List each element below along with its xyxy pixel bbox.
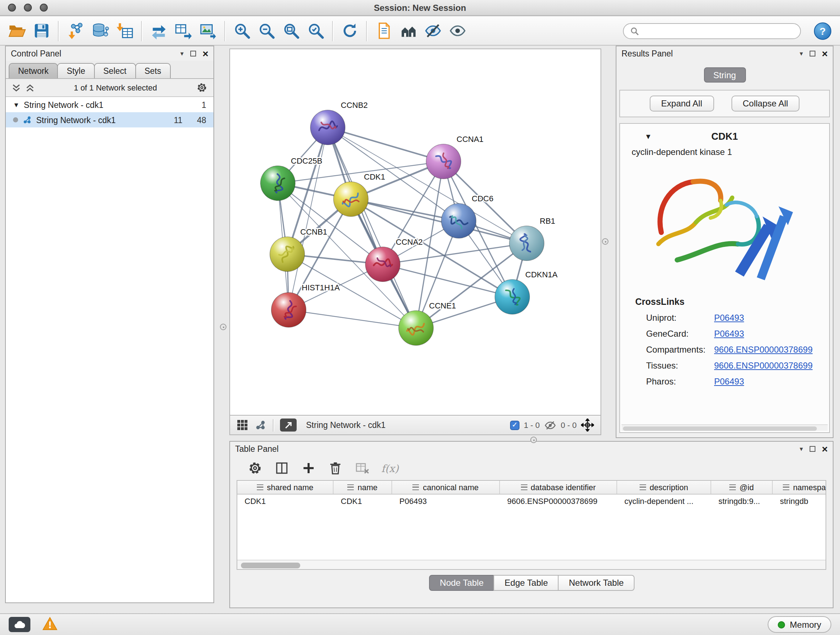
results-tab-string[interactable]: String bbox=[704, 67, 745, 82]
panel-menu-icon[interactable]: ▾ bbox=[800, 446, 803, 452]
network-graph[interactable]: CCNB2CCNA1CDC25BCDK1CDC6RB1CCNB1CCNA2CDK… bbox=[230, 49, 600, 415]
show-columns-icon[interactable] bbox=[274, 461, 289, 476]
network-node-ccnb1[interactable]: CCNB1 bbox=[270, 227, 327, 272]
close-panel-icon[interactable]: × bbox=[822, 444, 828, 454]
gene-collapse-caret-icon[interactable]: ▼ bbox=[645, 133, 652, 141]
zoom-window-button[interactable] bbox=[40, 4, 48, 11]
column-header-database-identifier[interactable]: database identifier bbox=[500, 481, 617, 494]
minimize-window-button[interactable] bbox=[24, 4, 32, 11]
bottom-splitter-handle[interactable] bbox=[531, 437, 537, 443]
search-input[interactable] bbox=[643, 27, 794, 35]
network-edge[interactable] bbox=[328, 127, 444, 162]
function-builder-button[interactable]: f(x) bbox=[381, 462, 399, 474]
import-network-database-button[interactable] bbox=[88, 19, 112, 43]
crosslink-link[interactable]: P06493 bbox=[714, 329, 744, 339]
crosslink-link[interactable]: 9606.ENSP00000378699 bbox=[714, 345, 813, 355]
export-table-button[interactable] bbox=[171, 19, 195, 43]
network-edge[interactable] bbox=[289, 127, 328, 310]
fit-content-button[interactable] bbox=[279, 19, 303, 43]
apply-layout-button[interactable] bbox=[337, 19, 362, 43]
table-cell: CDK1 bbox=[333, 497, 392, 505]
zoom-out-button[interactable] bbox=[254, 19, 279, 43]
control-tab-network[interactable]: Network bbox=[9, 63, 58, 78]
network-node-ccna1[interactable]: CCNA1 bbox=[426, 135, 484, 179]
warning-button[interactable] bbox=[42, 616, 58, 633]
help-button[interactable]: ? bbox=[814, 22, 831, 40]
network-edge[interactable] bbox=[289, 310, 416, 328]
add-column-icon[interactable] bbox=[301, 461, 316, 476]
network-canvas[interactable]: CCNB2CCNA1CDC25BCDK1CDC6RB1CCNB1CCNA2CDK… bbox=[229, 49, 601, 416]
open-in-new-button[interactable] bbox=[280, 418, 297, 432]
table-hscrollbar[interactable] bbox=[237, 560, 826, 569]
gene-header[interactable]: ▼ CDK1 bbox=[620, 131, 829, 142]
table-row[interactable]: CDK1CDK1P064939606.ENSP00000378699cyclin… bbox=[237, 494, 826, 508]
export-image-button[interactable] bbox=[195, 19, 220, 43]
network-node-ccnb2[interactable]: CCNB2 bbox=[310, 101, 368, 145]
float-panel-icon[interactable] bbox=[810, 446, 815, 452]
network-node-cdkn1a[interactable]: CDKN1A bbox=[495, 270, 558, 314]
right-splitter-handle[interactable] bbox=[602, 238, 608, 245]
grid-view-icon[interactable] bbox=[237, 419, 248, 431]
column-header-canonical-name[interactable]: canonical name bbox=[392, 481, 500, 494]
network-row[interactable]: String Network - cdk1 11 48 bbox=[6, 112, 213, 127]
network-edge[interactable] bbox=[351, 199, 527, 243]
table-settings-gear-icon[interactable] bbox=[248, 461, 263, 476]
collapse-tree-icon[interactable] bbox=[11, 83, 21, 92]
crosslink-link[interactable]: P06493 bbox=[714, 377, 744, 386]
save-session-button[interactable] bbox=[29, 19, 54, 43]
zoom-selected-button[interactable] bbox=[303, 19, 328, 43]
collection-caret-icon[interactable]: ▼ bbox=[13, 101, 19, 108]
pan-crosshair-icon[interactable] bbox=[581, 418, 594, 432]
column-header--id[interactable]: @id bbox=[711, 481, 773, 494]
collapse-all-button[interactable]: Collapse All bbox=[731, 96, 799, 111]
results-hscrollbar[interactable] bbox=[622, 424, 828, 431]
float-panel-icon[interactable] bbox=[810, 51, 815, 57]
table-tab-network-table[interactable]: Network Table bbox=[558, 575, 635, 591]
import-network-file-button[interactable] bbox=[63, 19, 88, 43]
column-header-namespace[interactable]: namespace bbox=[773, 481, 826, 494]
close-window-button[interactable] bbox=[8, 4, 16, 11]
crosslink-link[interactable]: P06493 bbox=[714, 313, 744, 323]
network-from-selection-button[interactable] bbox=[146, 19, 171, 43]
network-collection-row[interactable]: ▼ String Network - cdk1 1 bbox=[6, 97, 213, 112]
selected-checkbox-icon[interactable]: ✓ bbox=[510, 420, 519, 430]
expand-all-button[interactable]: Expand All bbox=[650, 96, 714, 111]
zoom-in-button[interactable] bbox=[229, 19, 254, 43]
network-glyph-icon[interactable] bbox=[255, 419, 266, 431]
show-all-button[interactable] bbox=[445, 19, 470, 43]
edge-count: 48 bbox=[197, 116, 206, 124]
scrollbar-thumb[interactable] bbox=[241, 562, 300, 568]
left-splitter-handle[interactable] bbox=[220, 324, 226, 330]
float-panel-icon[interactable] bbox=[190, 51, 196, 57]
table-tab-node-table[interactable]: Node Table bbox=[429, 575, 494, 591]
memory-button[interactable]: Memory bbox=[767, 616, 831, 633]
document-button[interactable] bbox=[371, 19, 396, 43]
panel-menu-icon[interactable]: ▾ bbox=[800, 50, 803, 57]
network-node-hist1h1a[interactable]: HIST1H1A bbox=[271, 283, 340, 327]
import-table-button[interactable] bbox=[112, 19, 137, 43]
network-edge[interactable] bbox=[328, 127, 416, 328]
titlebar: Session: New Session bbox=[0, 0, 840, 16]
close-panel-icon[interactable]: × bbox=[202, 49, 208, 59]
network-overview-button[interactable] bbox=[396, 19, 420, 43]
hidden-eye-icon[interactable] bbox=[544, 419, 556, 431]
control-tab-sets[interactable]: Sets bbox=[135, 63, 171, 78]
panel-menu-icon[interactable]: ▾ bbox=[180, 50, 184, 57]
close-panel-icon[interactable]: × bbox=[822, 49, 828, 59]
crosslink-link[interactable]: 9606.ENSP00000378699 bbox=[714, 361, 813, 371]
control-tab-select[interactable]: Select bbox=[94, 63, 136, 78]
hide-selected-button[interactable] bbox=[420, 19, 445, 43]
expand-tree-icon[interactable] bbox=[25, 83, 35, 92]
network-node-cdc6[interactable]: CDC6 bbox=[441, 194, 493, 238]
delete-column-icon[interactable] bbox=[328, 461, 343, 476]
cloud-button[interactable] bbox=[9, 617, 30, 632]
column-header-description[interactable]: description bbox=[617, 481, 711, 494]
table-tab-edge-table[interactable]: Edge Table bbox=[494, 575, 559, 591]
gear-icon[interactable] bbox=[196, 82, 208, 93]
network-node-cdk1[interactable]: CDK1 bbox=[333, 172, 385, 217]
network-node-rb1[interactable]: RB1 bbox=[509, 217, 555, 261]
column-header-name[interactable]: name bbox=[333, 481, 392, 494]
column-header-shared-name[interactable]: shared name bbox=[237, 481, 333, 494]
open-session-button[interactable] bbox=[4, 19, 29, 43]
control-tab-style[interactable]: Style bbox=[57, 63, 95, 78]
